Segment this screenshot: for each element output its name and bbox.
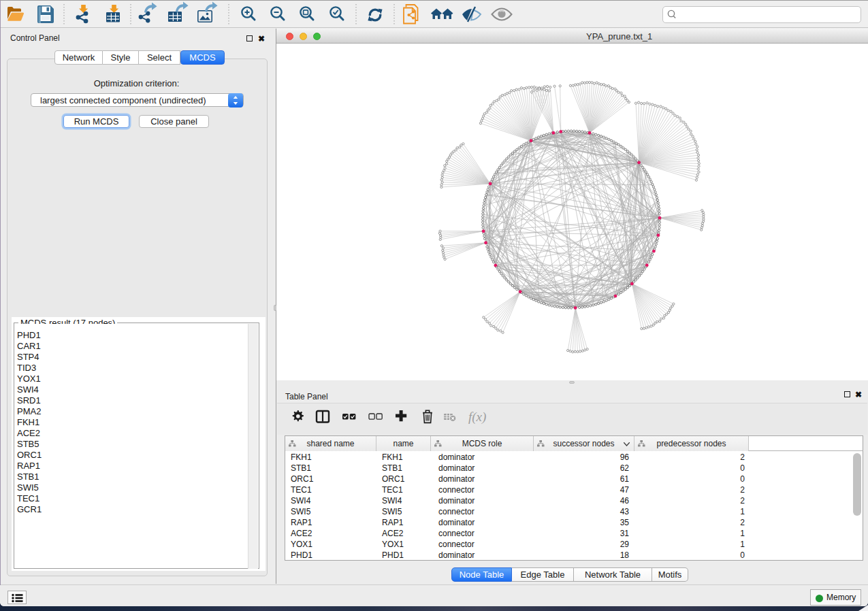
svg-text:f(x): f(x) [468,410,486,425]
